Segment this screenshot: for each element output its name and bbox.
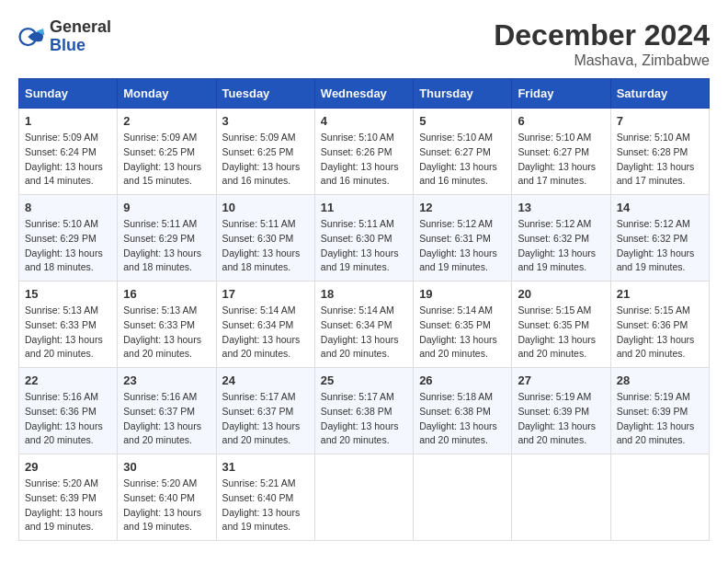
logo: General Blue <box>18 18 111 55</box>
table-row: 11Sunrise: 5:11 AMSunset: 6:30 PMDayligh… <box>314 195 413 282</box>
day-number: 29 <box>25 460 111 474</box>
day-number: 8 <box>25 201 111 214</box>
table-row: 15Sunrise: 5:13 AMSunset: 6:33 PMDayligh… <box>19 282 118 368</box>
day-number: 1 <box>25 114 111 128</box>
day-number: 14 <box>617 201 703 214</box>
day-number: 24 <box>222 373 309 387</box>
table-row: 6Sunrise: 5:10 AMSunset: 6:27 PMDaylight… <box>512 109 610 195</box>
col-thursday: Thursday <box>414 79 512 109</box>
day-number: 6 <box>518 114 604 128</box>
day-info: Sunrise: 5:09 AMSunset: 6:25 PMDaylight:… <box>123 131 210 189</box>
table-row: 12Sunrise: 5:12 AMSunset: 6:31 PMDayligh… <box>414 195 512 282</box>
day-number: 23 <box>123 373 210 387</box>
table-row: 29Sunrise: 5:20 AMSunset: 6:39 PMDayligh… <box>19 454 118 541</box>
day-number: 20 <box>518 287 604 301</box>
calendar-header: Sunday Monday Tuesday Wednesday Thursday… <box>19 79 710 109</box>
day-info: Sunrise: 5:14 AMSunset: 6:34 PMDaylight:… <box>321 304 407 362</box>
logo-line2: Blue <box>50 37 111 55</box>
day-info: Sunrise: 5:09 AMSunset: 6:24 PMDaylight:… <box>25 131 111 189</box>
table-row <box>414 454 512 541</box>
day-info: Sunrise: 5:10 AMSunset: 6:27 PMDaylight:… <box>518 131 604 189</box>
table-row: 30Sunrise: 5:20 AMSunset: 6:40 PMDayligh… <box>118 454 216 541</box>
calendar-row: 8Sunrise: 5:10 AMSunset: 6:29 PMDaylight… <box>19 195 710 282</box>
day-info: Sunrise: 5:12 AMSunset: 6:31 PMDaylight:… <box>419 217 506 275</box>
table-row: 14Sunrise: 5:12 AMSunset: 6:32 PMDayligh… <box>610 195 709 282</box>
col-monday: Monday <box>118 79 216 109</box>
col-wednesday: Wednesday <box>314 79 413 109</box>
day-info: Sunrise: 5:10 AMSunset: 6:27 PMDaylight:… <box>419 131 506 189</box>
logo-text: General Blue <box>50 18 111 55</box>
table-row <box>512 454 610 541</box>
day-number: 25 <box>321 373 407 387</box>
day-info: Sunrise: 5:11 AMSunset: 6:29 PMDaylight:… <box>123 217 210 275</box>
table-row: 27Sunrise: 5:19 AMSunset: 6:39 PMDayligh… <box>512 368 610 454</box>
page-title: December 2024 <box>494 18 710 52</box>
day-info: Sunrise: 5:10 AMSunset: 6:29 PMDaylight:… <box>25 217 111 275</box>
table-row <box>314 454 413 541</box>
page-header: General Blue December 2024 Mashava, Zimb… <box>18 18 710 69</box>
table-row: 2Sunrise: 5:09 AMSunset: 6:25 PMDaylight… <box>118 109 216 195</box>
calendar-row: 1Sunrise: 5:09 AMSunset: 6:24 PMDaylight… <box>19 109 710 195</box>
table-row: 19Sunrise: 5:14 AMSunset: 6:35 PMDayligh… <box>414 282 512 368</box>
col-saturday: Saturday <box>610 79 709 109</box>
day-info: Sunrise: 5:09 AMSunset: 6:25 PMDaylight:… <box>222 131 309 189</box>
day-info: Sunrise: 5:16 AMSunset: 6:37 PMDaylight:… <box>123 390 210 448</box>
day-info: Sunrise: 5:14 AMSunset: 6:35 PMDaylight:… <box>419 304 506 362</box>
table-row: 8Sunrise: 5:10 AMSunset: 6:29 PMDaylight… <box>19 195 118 282</box>
day-number: 21 <box>617 287 703 301</box>
day-number: 13 <box>518 201 604 214</box>
day-number: 19 <box>419 287 506 301</box>
table-row: 20Sunrise: 5:15 AMSunset: 6:35 PMDayligh… <box>512 282 610 368</box>
day-info: Sunrise: 5:14 AMSunset: 6:34 PMDaylight:… <box>222 304 309 362</box>
day-info: Sunrise: 5:15 AMSunset: 6:35 PMDaylight:… <box>518 304 604 362</box>
calendar-row: 29Sunrise: 5:20 AMSunset: 6:39 PMDayligh… <box>19 454 710 541</box>
col-tuesday: Tuesday <box>216 79 314 109</box>
day-info: Sunrise: 5:20 AMSunset: 6:39 PMDaylight:… <box>25 477 111 534</box>
logo-icon <box>18 23 46 51</box>
table-row: 25Sunrise: 5:17 AMSunset: 6:38 PMDayligh… <box>314 368 413 454</box>
logo-line1: General <box>50 18 111 37</box>
day-number: 12 <box>419 201 506 214</box>
day-info: Sunrise: 5:20 AMSunset: 6:40 PMDaylight:… <box>123 477 210 534</box>
day-number: 7 <box>617 114 703 128</box>
table-row: 7Sunrise: 5:10 AMSunset: 6:28 PMDaylight… <box>610 109 709 195</box>
table-row: 13Sunrise: 5:12 AMSunset: 6:32 PMDayligh… <box>512 195 610 282</box>
col-friday: Friday <box>512 79 610 109</box>
day-number: 18 <box>321 287 407 301</box>
table-row: 16Sunrise: 5:13 AMSunset: 6:33 PMDayligh… <box>118 282 216 368</box>
title-block: December 2024 Mashava, Zimbabwe <box>494 18 710 69</box>
day-number: 11 <box>321 201 407 214</box>
day-number: 9 <box>123 201 210 214</box>
day-number: 28 <box>617 373 703 387</box>
day-number: 16 <box>123 287 210 301</box>
day-number: 27 <box>518 373 604 387</box>
day-number: 3 <box>222 114 309 128</box>
table-row: 22Sunrise: 5:16 AMSunset: 6:36 PMDayligh… <box>19 368 118 454</box>
day-number: 30 <box>123 460 210 474</box>
table-row: 21Sunrise: 5:15 AMSunset: 6:36 PMDayligh… <box>610 282 709 368</box>
day-number: 22 <box>25 373 111 387</box>
table-row: 9Sunrise: 5:11 AMSunset: 6:29 PMDaylight… <box>118 195 216 282</box>
day-info: Sunrise: 5:17 AMSunset: 6:38 PMDaylight:… <box>321 390 407 448</box>
day-number: 4 <box>321 114 407 128</box>
calendar-row: 15Sunrise: 5:13 AMSunset: 6:33 PMDayligh… <box>19 282 710 368</box>
calendar-body: 1Sunrise: 5:09 AMSunset: 6:24 PMDaylight… <box>19 109 710 541</box>
day-number: 5 <box>419 114 506 128</box>
day-info: Sunrise: 5:12 AMSunset: 6:32 PMDaylight:… <box>617 217 703 275</box>
table-row: 26Sunrise: 5:18 AMSunset: 6:38 PMDayligh… <box>414 368 512 454</box>
day-info: Sunrise: 5:19 AMSunset: 6:39 PMDaylight:… <box>617 390 703 448</box>
day-info: Sunrise: 5:21 AMSunset: 6:40 PMDaylight:… <box>222 477 309 534</box>
table-row: 28Sunrise: 5:19 AMSunset: 6:39 PMDayligh… <box>610 368 709 454</box>
table-row <box>610 454 709 541</box>
day-number: 31 <box>222 460 309 474</box>
day-info: Sunrise: 5:10 AMSunset: 6:28 PMDaylight:… <box>617 131 703 189</box>
day-number: 26 <box>419 373 506 387</box>
table-row: 24Sunrise: 5:17 AMSunset: 6:37 PMDayligh… <box>216 368 314 454</box>
day-number: 10 <box>222 201 309 214</box>
table-row: 23Sunrise: 5:16 AMSunset: 6:37 PMDayligh… <box>118 368 216 454</box>
table-row: 3Sunrise: 5:09 AMSunset: 6:25 PMDaylight… <box>216 109 314 195</box>
day-info: Sunrise: 5:13 AMSunset: 6:33 PMDaylight:… <box>123 304 210 362</box>
table-row: 31Sunrise: 5:21 AMSunset: 6:40 PMDayligh… <box>216 454 314 541</box>
calendar-row: 22Sunrise: 5:16 AMSunset: 6:36 PMDayligh… <box>19 368 710 454</box>
day-info: Sunrise: 5:10 AMSunset: 6:26 PMDaylight:… <box>321 131 407 189</box>
